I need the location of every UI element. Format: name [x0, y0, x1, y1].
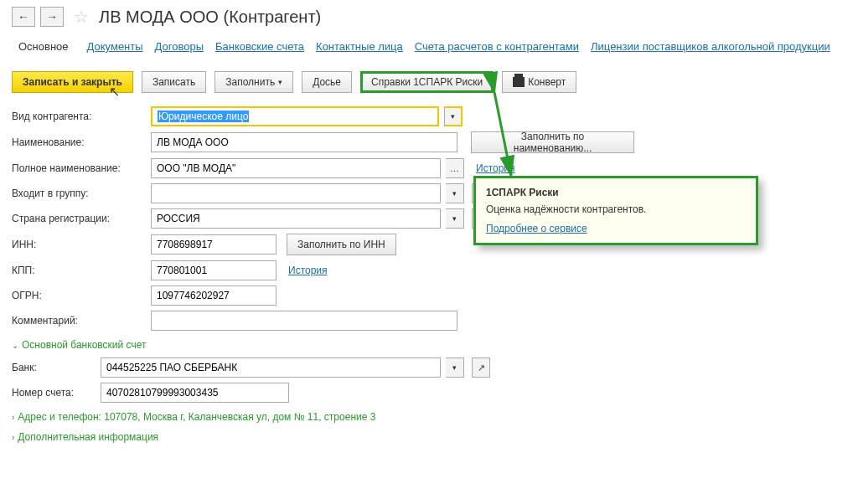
country-label: Страна регистрации: — [12, 213, 146, 224]
type-label: Вид контрагента: — [12, 111, 146, 122]
tab-contacts[interactable]: Контактные лица — [316, 40, 403, 53]
tab-bank-accounts[interactable]: Банковские счета — [215, 40, 304, 53]
toolbar: Записать и закрыть Записать Заполнить ▾ … — [12, 71, 846, 93]
country-dropdown-button[interactable]: ▾ — [446, 208, 464, 229]
address-section-label: Адрес и телефон: 107078, Москва г, Калан… — [18, 411, 375, 423]
inn-label: ИНН: — [12, 239, 146, 250]
account-label: Номер счета: — [12, 387, 96, 399]
fullname-ellipsis-button[interactable]: … — [446, 158, 464, 178]
fullname-label: Полное наименование: — [12, 162, 146, 174]
spark-risks-button[interactable]: Справки 1СПАРК Риски — [360, 71, 494, 93]
chevron-right-icon: › — [12, 413, 14, 422]
additional-section-toggle[interactable]: › Дополнительная информация — [12, 431, 846, 443]
callout-text: Оценка надёжности контрагентов. — [486, 203, 746, 215]
chevron-down-icon: ⌄ — [12, 341, 18, 350]
callout-more-link[interactable]: Подробнее о сервисе — [486, 223, 587, 234]
name-input[interactable] — [151, 132, 457, 152]
tab-documents[interactable]: Документы — [87, 40, 143, 53]
group-input[interactable] — [151, 183, 441, 203]
group-dropdown-button[interactable]: ▾ — [446, 183, 464, 203]
group-label: Входит в группу: — [12, 188, 146, 199]
dossier-button[interactable]: Досье — [302, 71, 352, 93]
envelope-button-label: Конверт — [528, 76, 566, 88]
chevron-down-icon: ▾ — [278, 78, 282, 86]
bank-account-section-toggle[interactable]: ⌄ Основной банковский счет — [12, 339, 846, 351]
tab-main[interactable]: Основное — [12, 37, 75, 56]
bank-open-button[interactable]: ↗ — [472, 357, 490, 378]
comment-input[interactable] — [151, 311, 457, 331]
type-dropdown-button[interactable]: ▾ — [444, 106, 463, 126]
address-section-toggle[interactable]: › Адрес и телефон: 107078, Москва г, Кал… — [12, 411, 846, 423]
country-input[interactable] — [151, 208, 441, 229]
fill-by-inn-button[interactable]: Заполнить по ИНН — [287, 234, 396, 255]
favorite-star-icon[interactable]: ☆ — [74, 7, 89, 27]
fill-button[interactable]: Заполнить ▾ — [214, 71, 293, 93]
ogrn-input[interactable] — [151, 285, 277, 306]
tab-contracts[interactable]: Договоры — [155, 40, 204, 53]
fill-by-name-button[interactable]: Заполнить по наименованию... — [471, 131, 634, 153]
kpp-label: КПП: — [12, 265, 146, 276]
callout-title: 1СПАРК Риски — [486, 187, 746, 198]
page-title: ЛВ МОДА ООО (Контрагент) — [99, 8, 321, 27]
printer-icon — [513, 77, 525, 87]
save-close-button[interactable]: Записать и закрыть — [12, 71, 133, 93]
bank-account-section-label: Основной банковский счет — [22, 339, 146, 351]
ogrn-label: ОГРН: — [12, 290, 146, 301]
bank-dropdown-button[interactable]: ▾ — [446, 357, 464, 378]
back-button[interactable]: ← — [12, 7, 35, 27]
bank-input[interactable] — [101, 357, 441, 378]
nav-tabs: Основное Документы Договоры Банковские с… — [12, 37, 846, 56]
history-link-kpp[interactable]: История — [288, 265, 328, 276]
chevron-right-icon: › — [12, 433, 14, 442]
forward-button[interactable]: → — [40, 7, 64, 27]
spark-callout: 1СПАРК Риски Оценка надёжности контраген… — [473, 176, 758, 245]
bank-label: Банк: — [12, 362, 96, 373]
save-button[interactable]: Записать — [142, 71, 206, 93]
history-link-fullname[interactable]: История — [476, 162, 515, 174]
comment-label: Комментарий: — [12, 315, 146, 327]
name-label: Наименование: — [12, 136, 146, 148]
tab-settlements[interactable]: Счета расчетов с контрагентами — [415, 40, 579, 53]
fullname-input[interactable] — [151, 158, 441, 178]
fill-button-label: Заполнить — [225, 76, 275, 88]
tab-licenses[interactable]: Лицензии поставщиков алкогольной продукц… — [591, 40, 830, 53]
envelope-button[interactable]: Конверт — [502, 71, 576, 93]
additional-section-label: Дополнительная информация — [18, 431, 158, 443]
account-input[interactable] — [101, 383, 289, 403]
kpp-input[interactable] — [151, 260, 277, 280]
inn-input[interactable] — [151, 234, 277, 255]
type-value: Юридическое лицо — [158, 111, 249, 122]
type-input[interactable]: Юридическое лицо — [151, 106, 439, 126]
